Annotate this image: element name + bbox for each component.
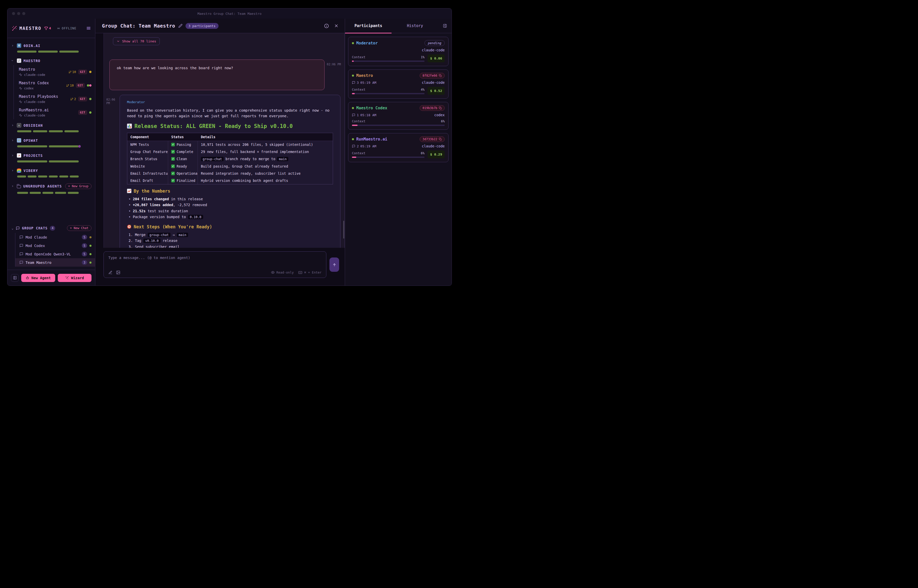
copy-icon[interactable]: [439, 138, 442, 141]
chat-main: Group Chat: Team Maestro 3 participants: [96, 19, 345, 286]
sidebar-group: OBSIDIAN: [7, 121, 95, 132]
context-percent: 1%: [421, 55, 424, 59]
participants-list: Moderator pending: [345, 33, 452, 166]
cost-badge: $ 0.06: [427, 54, 445, 62]
context-label: Context: [352, 55, 366, 59]
send-button[interactable]: [329, 257, 339, 272]
send-shortcut-hint: ⌘ + Enter: [298, 270, 322, 275]
sidebar-group-row[interactable]: PROJECTS: [7, 152, 95, 159]
component-cell: Website: [127, 163, 168, 170]
context-progress-fill: [352, 124, 358, 126]
group-icon: [17, 168, 21, 173]
sidebar-group-row[interactable]: 0DIN.AI: [7, 42, 95, 50]
sidebar-group-row[interactable]: MAESTRO: [7, 57, 95, 65]
details-cell: 29 new files, full backend + frontend im…: [198, 148, 333, 155]
table-header-cell: Component: [127, 133, 168, 141]
close-icon[interactable]: [334, 24, 338, 28]
participant-card[interactable]: Moderator pending: [348, 37, 448, 66]
table-header-cell: Details: [198, 133, 333, 141]
participant-cli: codex: [434, 113, 445, 117]
branch-count: 10: [72, 70, 76, 74]
agent-skeleton-bar: [38, 50, 58, 53]
page-title: Group Chat: Team Maestro: [102, 23, 175, 29]
participant-card[interactable]: Maestro Codex 019b3b7b: [348, 102, 448, 130]
sidebar-group: PROJECTS: [7, 152, 95, 162]
online-status-dot: [352, 42, 354, 44]
copy-icon[interactable]: [439, 107, 442, 110]
table-row: Branch Status Clean group-chat bran: [127, 155, 333, 163]
sidebar-group: 0DIN.AI: [7, 42, 95, 53]
keyboard-icon: [298, 270, 302, 275]
list-item: Tag v0.10.0 release: [129, 238, 333, 244]
new-chat-button[interactable]: + New Chat: [67, 225, 91, 231]
chat-message-count: 5: [82, 235, 87, 240]
image-attach-icon[interactable]: [116, 270, 120, 275]
wizard-button[interactable]: Wizard: [58, 274, 92, 282]
collapse-panel-icon[interactable]: [438, 19, 452, 33]
message-input-placeholder: Type a message... (@ to mention agent): [108, 256, 322, 260]
readonly-hint: Read-only: [271, 270, 294, 274]
new-agent-button[interactable]: New Agent: [21, 274, 55, 282]
hamburger-icon[interactable]: [86, 26, 91, 31]
sidebar-group-row[interactable]: OPSWAT: [7, 136, 95, 144]
agent-row[interactable]: Maestro Playbooks claude-code: [18, 92, 95, 106]
group-chat-item[interactable]: Mod Codex 5: [15, 241, 95, 250]
group-icon: [17, 138, 21, 142]
status-table: ComponentStatusDetails NPM Tests: [127, 133, 333, 184]
agent-status-dots: [89, 71, 91, 73]
session-hash-badge[interactable]: 8f82fe66: [419, 73, 445, 78]
show-all-lines-button[interactable]: Show all 70 lines: [113, 37, 160, 45]
participant-card[interactable]: RunMaestro.ai 3d733b22: [348, 133, 448, 162]
group-chat-item[interactable]: Mod OpenCode Qwen3-VL 5: [15, 250, 95, 258]
agent-skeleton-bar: [49, 176, 58, 178]
collapse-sidebar-button[interactable]: [11, 274, 19, 282]
check-icon: [171, 179, 175, 183]
sidebar-group-row[interactable]: UNGROUPED AGENTS + New Group: [7, 182, 95, 191]
info-icon[interactable]: [324, 24, 329, 28]
active-tab-underline: [345, 33, 392, 34]
sidebar-group-row[interactable]: OBSIDIAN: [7, 121, 95, 129]
trophy-icon: [44, 26, 48, 30]
group-chats-header[interactable]: ⌄ GROUP CHATS 4 + New Chat: [7, 224, 95, 233]
message-square-icon: [19, 260, 23, 264]
edit-title-icon[interactable]: [178, 24, 183, 28]
participant-card[interactable]: Maestro 8f82fe66: [348, 69, 448, 99]
chevron-icon: [11, 153, 15, 157]
group-chats-section: ⌄ GROUP CHATS 4 + New Chat: [7, 221, 95, 270]
tab-history[interactable]: History: [392, 19, 439, 33]
status-dot: [89, 111, 91, 114]
collapsed-agents-bars: [17, 130, 79, 132]
sidebar-group: MAESTRO Maestro: [7, 57, 95, 119]
agent-row[interactable]: Maestro claude-code: [18, 65, 95, 79]
agent-skeleton-bar: [17, 160, 47, 162]
message-square-icon: [19, 235, 23, 239]
tab-participants[interactable]: Participants: [345, 19, 392, 33]
copy-icon[interactable]: [439, 74, 442, 77]
purple-status-dot: [78, 145, 81, 148]
status-dot: [87, 84, 89, 87]
context-progress-fill: [352, 61, 354, 62]
chat-header: Group Chat: Team Maestro 3 participants: [96, 19, 345, 33]
group-chat-item[interactable]: Team Maestro 3: [15, 258, 95, 267]
session-hash-badge[interactable]: 3d733b22: [419, 136, 445, 142]
table-header-row: ComponentStatusDetails: [127, 133, 333, 141]
sidebar-group-row[interactable]: VIBERY: [7, 166, 95, 174]
session-hash-badge[interactable]: 019b3b7b: [419, 105, 445, 111]
new-group-button[interactable]: + New Group: [65, 183, 91, 189]
by-the-numbers-heading: By the Numbers: [127, 189, 333, 194]
group-label: OBSIDIAN: [24, 123, 43, 128]
group-chat-item[interactable]: Mod Claude 5: [15, 233, 95, 241]
wand-sparkles-icon: [11, 26, 17, 31]
pen-icon[interactable]: [108, 270, 112, 275]
details-cell: Hybrid version combining both agent draf…: [198, 177, 333, 184]
chat-scrollbar[interactable]: [343, 221, 344, 239]
next-steps-list: Merge group-chat → main Tag v0.10.0 rele…: [129, 232, 333, 248]
agent-row[interactable]: Maestro Codex codex: [18, 79, 95, 92]
agent-skeleton-bar: [17, 176, 26, 178]
user-message-text: ok team how are we looking across the bo…: [117, 66, 233, 70]
status-cell: Clean: [168, 155, 198, 163]
agent-row[interactable]: RunMaestro.ai claude-code: [18, 106, 95, 119]
agent-name: Maestro: [19, 67, 45, 72]
collapsed-agents-bars: [17, 50, 79, 53]
message-input[interactable]: Type a message... (@ to mention agent): [104, 251, 326, 278]
